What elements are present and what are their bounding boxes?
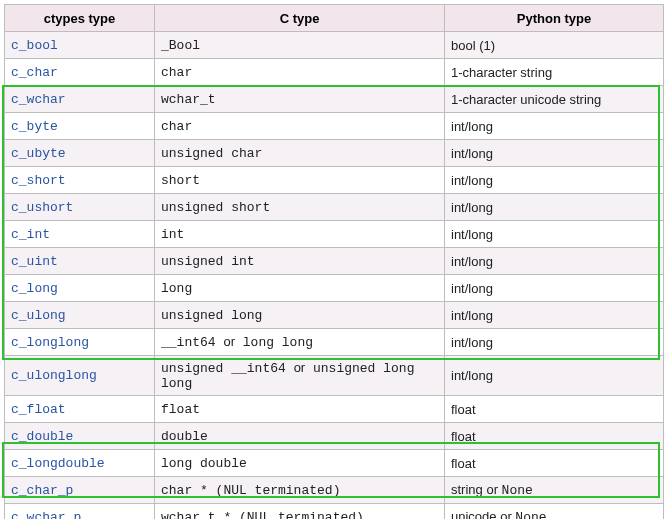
header-row: ctypes type C type Python type bbox=[5, 5, 664, 32]
cell-ctypes: c_uint bbox=[5, 248, 155, 275]
cell-ctype: wchar_t * (NUL terminated) bbox=[155, 504, 445, 520]
cell-python: float bbox=[445, 450, 664, 477]
cell-ctypes: c_byte bbox=[5, 113, 155, 140]
cell-python: float bbox=[445, 423, 664, 450]
cell-python: string or None bbox=[445, 477, 664, 504]
cell-python: int/long bbox=[445, 140, 664, 167]
cell-ctypes: c_wchar_p bbox=[5, 504, 155, 520]
table-row: c_ushortunsigned shortint/long bbox=[5, 194, 664, 221]
cell-ctypes: c_float bbox=[5, 396, 155, 423]
table-row: c_char_pchar * (NUL terminated)string or… bbox=[5, 477, 664, 504]
table-row: c_intintint/long bbox=[5, 221, 664, 248]
cell-ctypes: c_char_p bbox=[5, 477, 155, 504]
ctypes-table: ctypes type C type Python type c_bool_Bo… bbox=[4, 4, 664, 519]
header-ctype: C type bbox=[155, 5, 445, 32]
cell-python: 1-character string bbox=[445, 59, 664, 86]
cell-python: int/long bbox=[445, 248, 664, 275]
cell-ctypes: c_ulong bbox=[5, 302, 155, 329]
cell-ctypes: c_longlong bbox=[5, 329, 155, 356]
cell-python: int/long bbox=[445, 113, 664, 140]
cell-ctype: char bbox=[155, 59, 445, 86]
cell-ctype: long bbox=[155, 275, 445, 302]
cell-ctypes: c_char bbox=[5, 59, 155, 86]
cell-ctype: _Bool bbox=[155, 32, 445, 59]
table-row: c_longlong__int64 or long longint/long bbox=[5, 329, 664, 356]
table-row: c_bytecharint/long bbox=[5, 113, 664, 140]
header-python: Python type bbox=[445, 5, 664, 32]
table-row: c_bool_Boolbool (1) bbox=[5, 32, 664, 59]
cell-ctype: __int64 or long long bbox=[155, 329, 445, 356]
cell-ctype: float bbox=[155, 396, 445, 423]
cell-ctype: short bbox=[155, 167, 445, 194]
cell-python: int/long bbox=[445, 356, 664, 396]
cell-python: int/long bbox=[445, 302, 664, 329]
table-row: c_doubledoublefloat bbox=[5, 423, 664, 450]
cell-ctype: char bbox=[155, 113, 445, 140]
cell-ctype: unsigned short bbox=[155, 194, 445, 221]
cell-ctypes: c_ushort bbox=[5, 194, 155, 221]
table-row: c_uintunsigned intint/long bbox=[5, 248, 664, 275]
cell-ctypes: c_ulonglong bbox=[5, 356, 155, 396]
cell-python: 1-character unicode string bbox=[445, 86, 664, 113]
cell-python: bool (1) bbox=[445, 32, 664, 59]
cell-ctypes: c_long bbox=[5, 275, 155, 302]
cell-ctype: long double bbox=[155, 450, 445, 477]
cell-python: int/long bbox=[445, 221, 664, 248]
table-row: c_wchar_pwchar_t * (NUL terminated)unico… bbox=[5, 504, 664, 520]
cell-ctype: unsigned char bbox=[155, 140, 445, 167]
cell-ctype: unsigned long bbox=[155, 302, 445, 329]
cell-python: unicode or None bbox=[445, 504, 664, 520]
table-row: c_shortshortint/long bbox=[5, 167, 664, 194]
cell-ctype: char * (NUL terminated) bbox=[155, 477, 445, 504]
cell-ctypes: c_double bbox=[5, 423, 155, 450]
cell-python: int/long bbox=[445, 194, 664, 221]
header-ctypes: ctypes type bbox=[5, 5, 155, 32]
cell-ctype: double bbox=[155, 423, 445, 450]
cell-python: int/long bbox=[445, 329, 664, 356]
table-row: c_charchar1-character string bbox=[5, 59, 664, 86]
table-row: c_longlongint/long bbox=[5, 275, 664, 302]
table-row: c_longdoublelong doublefloat bbox=[5, 450, 664, 477]
cell-ctypes: c_wchar bbox=[5, 86, 155, 113]
cell-ctype: unsigned int bbox=[155, 248, 445, 275]
cell-ctypes: c_int bbox=[5, 221, 155, 248]
cell-ctype: wchar_t bbox=[155, 86, 445, 113]
cell-python: int/long bbox=[445, 167, 664, 194]
table-row: c_ulongunsigned longint/long bbox=[5, 302, 664, 329]
cell-ctypes: c_longdouble bbox=[5, 450, 155, 477]
table-row: c_floatfloatfloat bbox=[5, 396, 664, 423]
cell-python: int/long bbox=[445, 275, 664, 302]
cell-ctype: int bbox=[155, 221, 445, 248]
table-row: c_wcharwchar_t1-character unicode string bbox=[5, 86, 664, 113]
cell-ctypes: c_bool bbox=[5, 32, 155, 59]
cell-ctypes: c_ubyte bbox=[5, 140, 155, 167]
cell-python: float bbox=[445, 396, 664, 423]
table-row: c_ubyteunsigned charint/long bbox=[5, 140, 664, 167]
table-row: c_ulonglongunsigned __int64 or unsigned … bbox=[5, 356, 664, 396]
cell-ctypes: c_short bbox=[5, 167, 155, 194]
cell-ctype: unsigned __int64 or unsigned long long bbox=[155, 356, 445, 396]
